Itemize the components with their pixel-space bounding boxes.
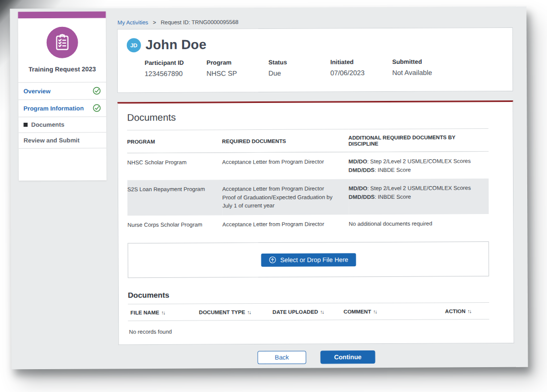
current-step-square-icon [23,123,27,127]
cell-required-documents: Acceptance Letter from Program Director … [222,179,349,215]
sidebar-item-overview[interactable]: Overview [18,82,106,100]
cell-additional-documents: MD/DO: Step 2/Level 2 USMLE/COMLEX Score… [349,179,489,215]
wizard-nav: Overview Program Information Documents [18,82,107,149]
field-submitted: Submitted Not Available [392,58,432,77]
sidebar-title: Training Request 2023 [21,65,103,73]
field-label: Program [207,59,268,66]
clipboard-checklist-icon [53,33,71,52]
column-header-date-uploaded[interactable]: DATE UPLOADED↑↓ [272,303,344,320]
upload-icon [268,256,276,264]
cell-required-documents: Acceptance Letter from Program Director [222,215,349,234]
empty-table-message: No records found [128,319,504,335]
field-label: Participant ID [145,59,207,67]
sort-icon[interactable]: ↑↓ [467,308,471,314]
table-header-row: PROGRAM REQUIRED DOCUMENTS ADDITIONAL RE… [127,129,489,153]
participant-meta-fields: Participant ID 1234567890 Program NHSC S… [145,58,503,78]
field-label: Status [268,58,330,66]
field-status: Status Due [268,58,330,77]
field-value: NHSC SP [207,69,268,78]
table-row: NHSC Scholar Program Acceptance Letter f… [127,152,489,181]
cell-required-documents: Acceptance Letter from Program Director [222,152,349,180]
wizard-footer: Back Continue [118,350,514,365]
table-row: Nurse Corps Scholar Program Acceptance L… [127,214,489,234]
file-dropzone[interactable]: Select or Drop File Here [127,241,489,278]
page-title: Documents [127,111,503,123]
uploaded-documents-heading: Documents [128,289,504,299]
field-label: Initiated [330,58,392,66]
field-value: 1234567890 [145,70,207,78]
wizard-sidebar: Training Request 2023 Overview Program I… [18,11,106,181]
sidebar-item-program-information[interactable]: Program Information [18,99,106,117]
column-header-comment[interactable]: COMMENT↑↓ [344,303,445,320]
column-header-action[interactable]: ACTION↑↓ [445,303,489,319]
select-or-drop-file-button[interactable]: Select or Drop File Here [261,253,356,267]
participant-name: John Doe [146,37,207,53]
screenshot-scene: Training Request 2023 Overview Program I… [0,0,547,392]
sidebar-item-label: Overview [23,87,92,95]
participant-header-card: JD John Doe Participant ID 1234567890 Pr… [117,27,514,93]
breadcrumb-my-activities-link[interactable]: My Activities [118,19,149,25]
sort-icon[interactable]: ↑↓ [247,309,251,315]
sidebar-accent-bar [18,11,106,18]
breadcrumb-current: Request ID: TRNG0000095568 [161,19,238,25]
participant-identity: JD John Doe [127,35,503,53]
table-row: S2S Loan Repayment Program Acceptance Le… [127,179,489,216]
column-header-program: PROGRAM [127,130,222,153]
sidebar-item-review-and-submit[interactable]: Review and Submit [19,132,107,149]
check-circle-icon [92,103,101,112]
sidebar-item-label: Documents [31,121,101,128]
cell-program: S2S Loan Repayment Program [127,180,222,215]
sidebar-item-documents[interactable]: Documents [18,117,106,133]
training-request-emblem [46,27,78,58]
required-documents-table: PROGRAM REQUIRED DOCUMENTS ADDITIONAL RE… [127,128,489,234]
field-label: Submitted [392,58,432,65]
upload-button-label: Select or Drop File Here [280,256,348,264]
sidebar-item-label: Review and Submit [24,136,101,144]
app-page: Training Request 2023 Overview Program I… [10,7,528,369]
table-header-row: FILE NAME↑↓ DOCUMENT TYPE↑↓ DATE UPLOADE… [128,303,489,321]
back-button[interactable]: Back [257,351,306,364]
cell-additional-documents: No additional documents required [349,214,489,233]
cell-program: Nurse Corps Scholar Program [127,215,222,234]
check-circle-icon [92,86,101,95]
uploaded-documents-table: FILE NAME↑↓ DOCUMENT TYPE↑↓ DATE UPLOADE… [128,302,489,321]
sidebar-item-label: Program Information [23,104,92,112]
column-header-required-documents: REQUIRED DOCUMENTS [222,129,348,153]
field-value: 07/06/2023 [330,69,392,77]
cell-program: NHSC Scholar Program [127,153,222,180]
sort-icon[interactable]: ↑↓ [161,310,165,315]
breadcrumb-separator: > [153,19,156,25]
field-initiated: Initiated 07/06/2023 [330,58,392,77]
column-header-file-name[interactable]: FILE NAME↑↓ [128,304,199,321]
documents-step-card: Documents PROGRAM REQUIRED DOCUMENTS ADD… [117,100,514,345]
column-header-additional-documents: ADDITIONAL REQUIRED DOCUMENTS BY DISCIPL… [348,129,489,152]
column-header-document-type[interactable]: DOCUMENT TYPE↑↓ [199,303,272,320]
continue-button[interactable]: Continue [320,350,375,364]
avatar: JD [127,38,141,52]
field-participant-id: Participant ID 1234567890 [145,59,207,78]
field-program: Program NHSC SP [207,59,268,78]
cell-additional-documents: MD/DO: Step 2/Level 2 USMLE/COMLEX Score… [349,152,489,180]
sort-icon[interactable]: ↑↓ [320,309,324,315]
field-value: Not Available [392,69,432,77]
breadcrumb: My Activities > Request ID: TRNG00000955… [118,19,238,25]
field-value: Due [268,69,330,77]
sort-icon[interactable]: ↑↓ [373,309,377,314]
